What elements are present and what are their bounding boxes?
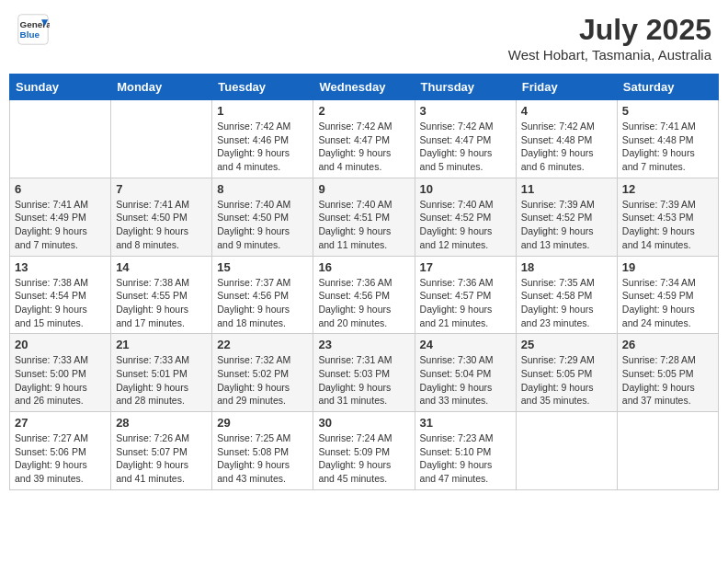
day-number: 15: [217, 260, 308, 274]
day-info: Sunrise: 7:42 AM Sunset: 4:47 PM Dayligh…: [420, 120, 511, 174]
day-info: Sunrise: 7:26 AM Sunset: 5:07 PM Dayligh…: [116, 431, 207, 486]
day-number: 5: [622, 104, 713, 118]
calendar-cell: 8Sunrise: 7:40 AM Sunset: 4:50 PM Daylig…: [212, 178, 313, 256]
day-info: Sunrise: 7:40 AM Sunset: 4:50 PM Dayligh…: [217, 198, 308, 252]
weekday-header-row: SundayMondayTuesdayWednesdayThursdayFrid…: [10, 75, 719, 100]
calendar-cell: 30Sunrise: 7:24 AM Sunset: 5:09 PM Dayli…: [313, 412, 415, 490]
day-info: Sunrise: 7:40 AM Sunset: 4:52 PM Dayligh…: [420, 198, 511, 252]
day-info: Sunrise: 7:27 AM Sunset: 5:06 PM Dayligh…: [15, 431, 106, 486]
day-info: Sunrise: 7:42 AM Sunset: 4:46 PM Dayligh…: [217, 120, 308, 174]
calendar-cell: 13Sunrise: 7:38 AM Sunset: 4:54 PM Dayli…: [10, 256, 111, 334]
calendar-cell: 3Sunrise: 7:42 AM Sunset: 4:47 PM Daylig…: [415, 100, 516, 178]
day-number: 2: [318, 104, 409, 118]
day-number: 9: [318, 182, 409, 196]
calendar-cell: 31Sunrise: 7:23 AM Sunset: 5:10 PM Dayli…: [415, 412, 516, 490]
day-number: 11: [521, 182, 612, 196]
day-number: 22: [217, 338, 308, 351]
svg-text:Blue: Blue: [20, 29, 40, 40]
day-number: 31: [420, 416, 511, 430]
calendar-cell: 26Sunrise: 7:28 AM Sunset: 5:05 PM Dayli…: [617, 334, 718, 412]
day-number: 16: [318, 260, 409, 274]
calendar-week-3: 13Sunrise: 7:38 AM Sunset: 4:54 PM Dayli…: [10, 256, 719, 334]
day-number: 3: [420, 104, 511, 118]
page-header: General Blue July 2025 West Hobart, Tasm…: [9, 9, 719, 66]
calendar-cell: 23Sunrise: 7:31 AM Sunset: 5:03 PM Dayli…: [313, 334, 415, 412]
day-number: 14: [116, 260, 207, 274]
day-number: 1: [217, 104, 308, 118]
day-info: Sunrise: 7:37 AM Sunset: 4:56 PM Dayligh…: [217, 276, 308, 330]
calendar-cell: 19Sunrise: 7:34 AM Sunset: 4:59 PM Dayli…: [617, 256, 718, 334]
day-number: 25: [521, 338, 612, 351]
day-info: Sunrise: 7:40 AM Sunset: 4:51 PM Dayligh…: [318, 198, 409, 252]
day-info: Sunrise: 7:34 AM Sunset: 4:59 PM Dayligh…: [622, 276, 713, 330]
day-info: Sunrise: 7:39 AM Sunset: 4:52 PM Dayligh…: [521, 198, 612, 252]
day-number: 4: [521, 104, 612, 118]
day-number: 18: [521, 260, 612, 274]
calendar-cell: 1Sunrise: 7:42 AM Sunset: 4:46 PM Daylig…: [212, 100, 313, 178]
day-number: 27: [15, 416, 106, 430]
calendar-cell: 16Sunrise: 7:36 AM Sunset: 4:56 PM Dayli…: [313, 256, 415, 334]
day-info: Sunrise: 7:28 AM Sunset: 5:05 PM Dayligh…: [622, 353, 713, 408]
calendar-cell: 9Sunrise: 7:40 AM Sunset: 4:51 PM Daylig…: [313, 178, 415, 256]
weekday-header-monday: Monday: [111, 75, 212, 100]
calendar-cell: 17Sunrise: 7:36 AM Sunset: 4:57 PM Dayli…: [415, 256, 516, 334]
calendar-table: SundayMondayTuesdayWednesdayThursdayFrid…: [9, 74, 719, 490]
day-info: Sunrise: 7:41 AM Sunset: 4:49 PM Dayligh…: [15, 198, 106, 252]
calendar-cell: 2Sunrise: 7:42 AM Sunset: 4:47 PM Daylig…: [313, 100, 415, 178]
day-number: 26: [622, 338, 713, 351]
calendar-cell: 29Sunrise: 7:25 AM Sunset: 5:08 PM Dayli…: [212, 412, 313, 490]
day-number: 30: [318, 416, 409, 430]
day-number: 19: [622, 260, 713, 274]
day-number: 20: [15, 338, 106, 351]
calendar-cell: 22Sunrise: 7:32 AM Sunset: 5:02 PM Dayli…: [212, 334, 313, 412]
calendar-cell: 28Sunrise: 7:26 AM Sunset: 5:07 PM Dayli…: [111, 412, 212, 490]
weekday-header-sunday: Sunday: [10, 75, 111, 100]
calendar-cell: 11Sunrise: 7:39 AM Sunset: 4:52 PM Dayli…: [516, 178, 617, 256]
day-number: 13: [15, 260, 106, 274]
calendar-cell: [617, 412, 718, 490]
calendar-cell: 12Sunrise: 7:39 AM Sunset: 4:53 PM Dayli…: [617, 178, 718, 256]
day-info: Sunrise: 7:39 AM Sunset: 4:53 PM Dayligh…: [622, 198, 713, 252]
day-info: Sunrise: 7:42 AM Sunset: 4:48 PM Dayligh…: [521, 120, 612, 174]
day-info: Sunrise: 7:36 AM Sunset: 4:57 PM Dayligh…: [420, 276, 511, 330]
location: West Hobart, Tasmania, Australia: [508, 47, 711, 63]
weekday-header-thursday: Thursday: [415, 75, 516, 100]
day-info: Sunrise: 7:23 AM Sunset: 5:10 PM Dayligh…: [420, 431, 511, 486]
calendar-cell: 24Sunrise: 7:30 AM Sunset: 5:04 PM Dayli…: [415, 334, 516, 412]
weekday-header-wednesday: Wednesday: [313, 75, 415, 100]
calendar-cell: 25Sunrise: 7:29 AM Sunset: 5:05 PM Dayli…: [516, 334, 617, 412]
day-info: Sunrise: 7:41 AM Sunset: 4:50 PM Dayligh…: [116, 198, 207, 252]
day-info: Sunrise: 7:30 AM Sunset: 5:04 PM Dayligh…: [420, 353, 511, 408]
day-info: Sunrise: 7:29 AM Sunset: 5:05 PM Dayligh…: [521, 353, 612, 408]
day-info: Sunrise: 7:38 AM Sunset: 4:55 PM Dayligh…: [116, 276, 207, 330]
logo-icon: General Blue: [17, 13, 50, 46]
day-info: Sunrise: 7:42 AM Sunset: 4:47 PM Dayligh…: [318, 120, 409, 174]
day-number: 8: [217, 182, 308, 196]
weekday-header-saturday: Saturday: [617, 75, 718, 100]
calendar-cell: 4Sunrise: 7:42 AM Sunset: 4:48 PM Daylig…: [516, 100, 617, 178]
day-info: Sunrise: 7:32 AM Sunset: 5:02 PM Dayligh…: [217, 353, 308, 408]
day-info: Sunrise: 7:41 AM Sunset: 4:48 PM Dayligh…: [622, 120, 713, 174]
month-year: July 2025: [508, 13, 711, 47]
calendar-week-5: 27Sunrise: 7:27 AM Sunset: 5:06 PM Dayli…: [10, 412, 719, 490]
day-number: 17: [420, 260, 511, 274]
day-number: 24: [420, 338, 511, 351]
calendar-cell: [10, 100, 111, 178]
calendar-cell: 6Sunrise: 7:41 AM Sunset: 4:49 PM Daylig…: [10, 178, 111, 256]
day-number: 28: [116, 416, 207, 430]
calendar-cell: [111, 100, 212, 178]
calendar-week-4: 20Sunrise: 7:33 AM Sunset: 5:00 PM Dayli…: [10, 334, 719, 412]
calendar-cell: 21Sunrise: 7:33 AM Sunset: 5:01 PM Dayli…: [111, 334, 212, 412]
day-number: 6: [15, 182, 106, 196]
day-number: 7: [116, 182, 207, 196]
calendar-cell: 20Sunrise: 7:33 AM Sunset: 5:00 PM Dayli…: [10, 334, 111, 412]
calendar-cell: 15Sunrise: 7:37 AM Sunset: 4:56 PM Dayli…: [212, 256, 313, 334]
day-number: 21: [116, 338, 207, 351]
calendar-cell: 7Sunrise: 7:41 AM Sunset: 4:50 PM Daylig…: [111, 178, 212, 256]
calendar-cell: 14Sunrise: 7:38 AM Sunset: 4:55 PM Dayli…: [111, 256, 212, 334]
calendar-cell: 5Sunrise: 7:41 AM Sunset: 4:48 PM Daylig…: [617, 100, 718, 178]
day-info: Sunrise: 7:24 AM Sunset: 5:09 PM Dayligh…: [318, 431, 409, 486]
logo: General Blue: [17, 13, 53, 46]
weekday-header-tuesday: Tuesday: [212, 75, 313, 100]
calendar-cell: 27Sunrise: 7:27 AM Sunset: 5:06 PM Dayli…: [10, 412, 111, 490]
